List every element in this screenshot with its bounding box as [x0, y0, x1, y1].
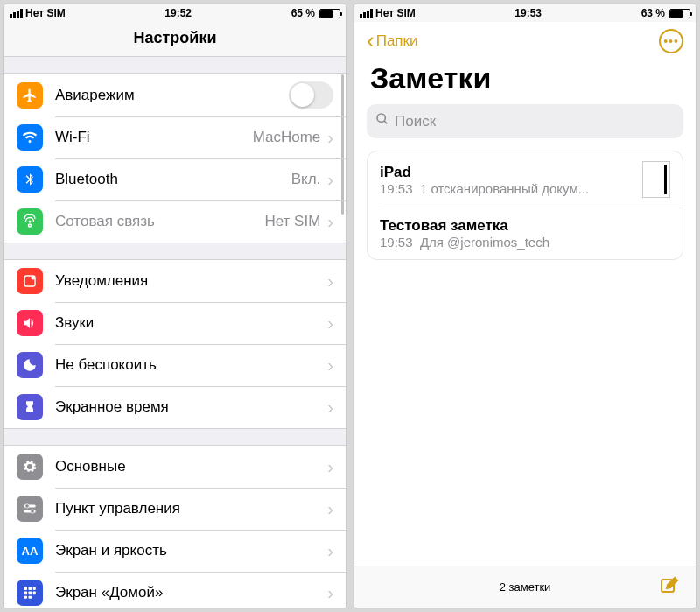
notes-count: 2 заметки — [500, 580, 551, 594]
svg-rect-14 — [29, 596, 32, 599]
display-icon: AA — [17, 538, 43, 564]
row-dnd[interactable]: Не беспокоить › — [4, 344, 346, 386]
homescreen-icon — [17, 580, 43, 606]
chevron-left-icon: ‹ — [367, 27, 374, 54]
screentime-icon — [17, 394, 43, 420]
row-label: Основные — [55, 458, 327, 475]
clock: 19:53 — [514, 7, 542, 19]
chevron-right-icon: › — [327, 212, 333, 232]
chevron-right-icon: › — [327, 271, 333, 292]
airplane-icon — [17, 82, 43, 109]
chevron-right-icon: › — [327, 457, 333, 477]
row-homescreen[interactable]: Экран «Домой» › — [4, 572, 346, 608]
note-thumbnail — [642, 161, 670, 198]
dnd-icon — [17, 352, 43, 378]
note-title: iPad — [380, 164, 634, 181]
row-airplane[interactable]: Авиарежим — [4, 74, 346, 116]
row-label: Пункт управления — [55, 500, 327, 517]
chevron-right-icon: › — [327, 583, 333, 603]
chevron-right-icon: › — [327, 355, 333, 376]
row-label: Экранное время — [55, 398, 327, 416]
nav-bar: ‹ Папки ••• — [354, 22, 696, 60]
svg-rect-9 — [33, 587, 36, 590]
status-bar: Нет SIM 19:53 63 % — [354, 4, 696, 22]
clock: 19:52 — [164, 7, 192, 19]
svg-point-15 — [377, 114, 385, 122]
svg-point-0 — [29, 221, 32, 223]
status-bar: Нет SIM 19:52 65 % — [4, 4, 346, 22]
row-controlcenter[interactable]: Пункт управления › — [4, 488, 346, 530]
note-item[interactable]: Тестовая заметка 19:53 Для @jeronimos_te… — [368, 208, 682, 259]
row-label: Экран «Домой» — [55, 584, 327, 601]
more-button[interactable]: ••• — [659, 29, 683, 53]
note-title: Тестовая заметка — [380, 217, 670, 235]
row-label: Звуки — [55, 314, 327, 332]
notes-list-container: iPad 19:53 1 отсканированный докум... Те… — [354, 151, 696, 566]
row-label: Экран и яркость — [55, 542, 327, 559]
signal-icon — [10, 9, 23, 18]
row-notifications[interactable]: Уведомления › — [4, 260, 346, 302]
page-title: Заметки — [354, 60, 696, 104]
carrier-label: Нет SIM — [25, 7, 66, 19]
svg-rect-7 — [24, 587, 27, 590]
battery-pct: 63 % — [641, 7, 665, 19]
row-screentime[interactable]: Экранное время › — [4, 386, 346, 428]
row-sounds[interactable]: Звуки › — [4, 302, 346, 344]
row-display[interactable]: AA Экран и яркость › — [4, 530, 346, 572]
wifi-icon — [17, 124, 43, 151]
row-bluetooth[interactable]: Bluetooth Вкл. › — [4, 158, 346, 200]
controlcenter-icon — [17, 496, 43, 522]
settings-group-alerts: Уведомления › Звуки › Не беспокоить › — [4, 259, 346, 429]
svg-point-5 — [25, 504, 30, 509]
ellipsis-icon: ••• — [663, 34, 679, 48]
row-cellular[interactable]: Сотовая связь Нет SIM › — [4, 200, 346, 243]
settings-group-connectivity: Авиарежим Wi-Fi MacHome › Bluetooth Вкл.… — [4, 73, 346, 243]
note-subtitle: 19:53 1 отсканированный докум... — [380, 181, 634, 196]
chevron-right-icon: › — [327, 541, 333, 561]
bottom-toolbar: 2 заметки — [354, 566, 696, 608]
chevron-right-icon: › — [327, 128, 333, 148]
notes-screen: Нет SIM 19:53 63 % ‹ Папки ••• Заметки П… — [354, 4, 696, 608]
svg-rect-13 — [24, 596, 27, 599]
search-icon — [375, 112, 389, 130]
svg-line-16 — [384, 121, 387, 123]
row-label: Уведомления — [55, 272, 327, 290]
row-label: Не беспокоить — [55, 356, 327, 374]
row-label: Авиарежим — [55, 87, 289, 104]
chevron-right-icon: › — [327, 499, 333, 519]
notifications-icon — [17, 268, 43, 294]
back-button[interactable]: ‹ Папки — [367, 27, 417, 54]
settings-screen: Нет SIM 19:52 65 % Настройки Авиарежим W… — [4, 4, 346, 608]
search-input[interactable]: Поиск — [367, 104, 683, 138]
svg-point-6 — [31, 510, 35, 514]
notes-list: iPad 19:53 1 отсканированный докум... Те… — [367, 151, 683, 260]
signal-icon — [360, 9, 373, 18]
carrier-label: Нет SIM — [375, 7, 416, 19]
settings-list[interactable]: Авиарежим Wi-Fi MacHome › Bluetooth Вкл.… — [4, 57, 346, 608]
row-general[interactable]: Основные › — [4, 446, 346, 488]
note-subtitle: 19:53 Для @jeronimos_tech — [380, 235, 670, 250]
row-value: Вкл. — [291, 171, 321, 188]
cellular-icon — [17, 208, 43, 235]
battery-icon — [669, 9, 690, 18]
svg-point-2 — [32, 276, 36, 280]
airplane-switch[interactable] — [289, 81, 333, 109]
row-wifi[interactable]: Wi-Fi MacHome › — [4, 116, 346, 158]
row-value: MacHome — [253, 129, 320, 146]
row-value: Нет SIM — [264, 213, 320, 230]
bluetooth-icon — [17, 166, 43, 193]
svg-rect-12 — [33, 592, 36, 595]
search-placeholder: Поиск — [395, 113, 436, 130]
gear-icon — [17, 454, 43, 480]
settings-group-general: Основные › Пункт управления › AA Экран и… — [4, 445, 346, 608]
svg-rect-8 — [29, 587, 32, 590]
note-item[interactable]: iPad 19:53 1 отсканированный докум... — [368, 151, 682, 208]
battery-icon — [319, 9, 340, 18]
compose-button[interactable] — [659, 575, 680, 599]
row-label: Bluetooth — [55, 171, 291, 188]
svg-rect-11 — [29, 592, 32, 595]
battery-pct: 65 % — [291, 7, 315, 19]
page-title: Настройки — [4, 22, 346, 57]
chevron-right-icon: › — [327, 170, 333, 190]
chevron-right-icon: › — [327, 313, 333, 334]
